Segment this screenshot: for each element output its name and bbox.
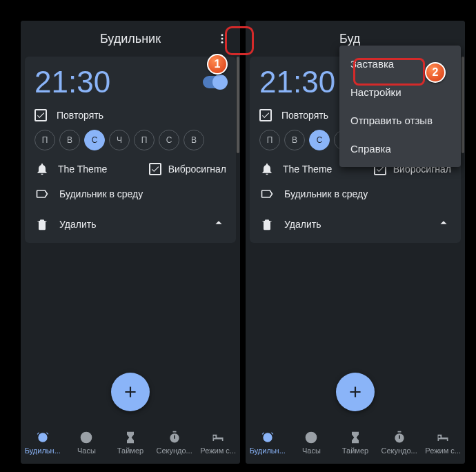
alarm-time[interactable]: 21:30 [259,65,335,99]
repeat-label: Повторять [281,110,328,121]
tab-label: Режим с... [425,446,461,455]
ringtone-label: The Theme [283,164,332,175]
step-badge: 1 [207,54,228,75]
alarm-toggle[interactable] [203,76,226,88]
delete-label: Удалить [59,219,96,230]
repeat-row[interactable]: Повторять [34,109,226,121]
collapse-button[interactable] [436,215,451,233]
day-chip[interactable]: С [159,130,179,150]
bell-icon [259,161,275,177]
tab-timer[interactable]: Таймер [333,421,377,464]
tab-clock[interactable]: Часы [290,421,334,464]
day-chip[interactable]: С [84,130,105,150]
bottom-nav: Будильн... Часы Таймер Секундо... Режим … [21,421,240,464]
trash-icon [34,217,50,232]
tab-bedtime[interactable]: Режим с... [421,421,465,464]
hourglass-icon [348,430,363,445]
tab-label: Таймер [117,446,143,455]
collapse-button[interactable] [211,215,226,233]
alarm-icon [260,430,275,445]
tab-label: Будильн... [250,446,286,455]
clock-icon [304,430,319,445]
overflow-menu: Заставка Настройки Отправить отзыв Справ… [339,46,461,167]
day-chip[interactable]: В [184,130,204,150]
add-alarm-fab[interactable] [336,373,375,411]
alarm-card: 21:30 Повторять П В С Ч П С В [25,57,236,243]
plus-icon [346,383,364,401]
tab-label: Часы [302,446,321,455]
tab-label: Таймер [342,446,368,455]
svg-point-0 [221,34,224,36]
phone-left: Будильник 21:30 Повторять П В С [21,21,240,464]
tab-label: Режим с... [200,446,236,455]
tab-alarm[interactable]: Будильн... [246,421,290,464]
app-bar: Будильник [21,21,240,57]
ringtone-row[interactable]: The Theme [34,161,149,177]
trash-icon [259,217,275,232]
tab-stopwatch[interactable]: Секундо... [152,421,197,464]
page-title: Будильник [100,32,161,46]
tab-bedtime[interactable]: Режим с... [196,421,240,464]
tab-label: Будильн... [25,446,61,455]
content-area: 21:30 Повторять П В С Ч П С В [21,57,240,421]
checkbox-icon [149,163,161,175]
alarm-title: Будильник в среду [59,188,143,199]
menu-feedback[interactable]: Отправить отзыв [339,106,461,135]
tab-clock[interactable]: Часы [65,421,109,464]
day-chip[interactable]: П [134,130,155,150]
more-vert-icon [216,32,228,45]
tab-alarm[interactable]: Будильн... [21,421,65,464]
days-row: П В С Ч П С В [34,130,226,150]
ringtone-label: The Theme [58,164,107,175]
svg-point-1 [221,38,224,40]
tab-stopwatch[interactable]: Секундо... [377,421,422,464]
page-title: Буд [339,32,360,46]
day-chip[interactable]: Ч [109,130,130,150]
vibrate-row[interactable]: Вибросигнал [149,163,226,175]
overflow-menu-button[interactable] [211,28,233,50]
clock-icon [79,430,94,445]
plus-icon [121,383,139,401]
checkbox-icon [259,109,272,121]
label-icon [34,186,50,201]
tab-timer[interactable]: Таймер [108,421,152,464]
menu-help[interactable]: Справка [339,135,461,163]
add-alarm-fab[interactable] [111,373,150,411]
stopwatch-icon [167,430,182,445]
delete-button[interactable]: Удалить [34,217,96,232]
phone-right: Буд 21:30 Повторять П В С Ч П С [246,21,465,464]
checkbox-icon [34,109,47,121]
bell-icon [34,161,50,177]
hourglass-icon [123,430,138,445]
vibrate-label: Вибросигнал [168,164,226,175]
alarm-icon [35,430,50,445]
alarm-time[interactable]: 21:30 [34,65,110,99]
day-chip[interactable]: П [34,130,55,150]
delete-label: Удалить [284,219,321,230]
day-chip[interactable]: В [59,130,80,150]
day-chip[interactable]: В [284,130,305,150]
alarm-title: Будильник в среду [284,188,368,199]
tab-label: Секундо... [156,446,192,455]
stopwatch-icon [392,430,407,445]
alarm-label-row[interactable]: Будильник в среду [34,186,226,201]
day-chip[interactable]: С [309,130,330,150]
alarm-label-row[interactable]: Будильник в среду [259,186,451,201]
tab-label: Часы [77,446,96,455]
step-badge: 2 [425,62,446,83]
repeat-label: Повторять [57,110,103,121]
day-chip[interactable]: П [259,130,280,150]
delete-button[interactable]: Удалить [259,217,321,232]
tab-label: Секундо... [381,446,417,455]
bed-icon [210,430,226,445]
menu-settings[interactable]: Настройки [339,78,461,106]
bottom-nav: Будильн... Часы Таймер Секундо... Режим … [246,421,465,464]
svg-point-2 [221,41,224,43]
label-icon [259,186,275,201]
bed-icon [435,430,450,445]
